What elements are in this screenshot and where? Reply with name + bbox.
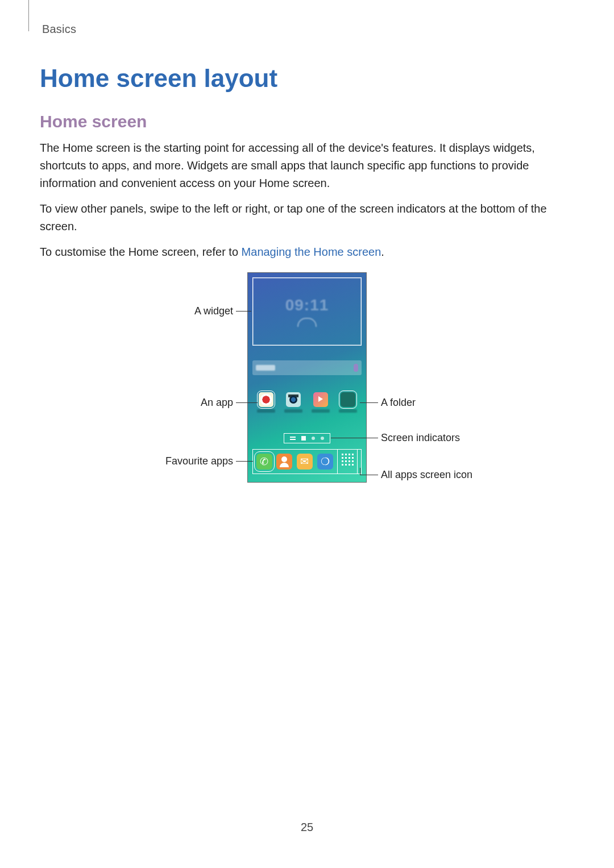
google-logo-icon [256, 365, 275, 371]
indicator-home-icon [301, 436, 306, 441]
favourite-apps-dock [252, 449, 362, 474]
clock-widget-time: 09:11 [285, 296, 329, 314]
callout-folder-label: A folder [381, 397, 416, 409]
widget-region: 09:11 [252, 277, 362, 346]
app-label [284, 409, 302, 413]
breadcrumb: Basics [42, 23, 574, 36]
lead-line [236, 461, 253, 462]
dock-mail-icon [297, 454, 313, 470]
app-label [257, 409, 275, 413]
page-title: Home screen layout [40, 64, 574, 93]
dock-phone-icon [256, 454, 272, 470]
paragraph-2: To view other panels, swipe to the left … [40, 200, 574, 235]
app-label [339, 409, 357, 413]
lead-line [360, 468, 360, 475]
callout-app-label: An app [190, 397, 233, 409]
dock-internet-icon [317, 454, 333, 470]
mic-icon [354, 364, 358, 372]
dock-contacts-icon [276, 454, 292, 470]
app-label [312, 409, 330, 413]
callout-widget-label: A widget [188, 305, 233, 317]
lead-line [331, 438, 378, 438]
home-screen-diagram: 09:11 [125, 272, 489, 500]
section-heading: Home screen [40, 112, 574, 131]
document-page: Basics Home screen layout Home screen Th… [0, 0, 614, 868]
lead-line [236, 311, 251, 312]
screen-indicators [284, 433, 330, 443]
app-icon-play-store [313, 392, 328, 407]
all-apps-icon [337, 449, 358, 474]
paragraph-1: The Home screen is the starting point fo… [40, 139, 574, 192]
folder-icon [341, 392, 355, 407]
indicator-dot-icon [321, 437, 324, 440]
paragraph-3: To customise the Home screen, refer to M… [40, 243, 574, 261]
weather-icon [297, 318, 317, 327]
lead-line [236, 402, 258, 403]
indicator-panel-icon [290, 436, 296, 441]
lead-line [360, 475, 378, 475]
page-number: 25 [0, 821, 614, 834]
managing-home-screen-link[interactable]: Managing the Home screen [242, 246, 381, 258]
indicator-dot-icon [312, 437, 315, 440]
app-icon-record [259, 392, 273, 407]
grid-icon [341, 453, 354, 466]
phone-mockup: 09:11 [247, 272, 367, 483]
google-search-bar [252, 360, 362, 375]
lead-line [360, 402, 378, 403]
paragraph-3-pre: To customise the Home screen, refer to [40, 246, 242, 258]
paragraph-3-post: . [381, 246, 384, 258]
app-icon-camera [286, 392, 301, 407]
app-label-row [252, 409, 362, 413]
callout-allapps-label: All apps screen icon [381, 469, 472, 481]
callout-fav-apps-label: Favourite apps [164, 455, 233, 467]
callout-indicators-label: Screen indicators [381, 432, 460, 444]
top-margin-rule [28, 0, 29, 31]
